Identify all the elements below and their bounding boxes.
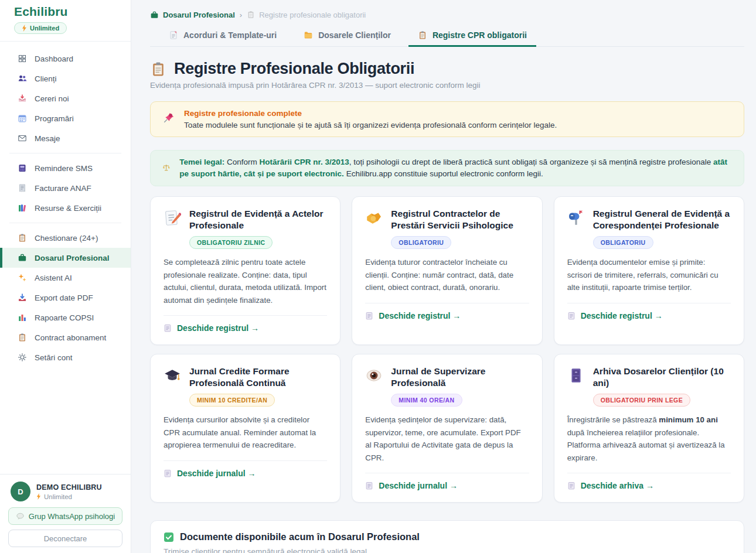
open-archive-link[interactable]: Deschide arhiva → (567, 481, 731, 490)
chat-bubble-icon (16, 512, 25, 521)
new-requests-icon (18, 94, 27, 103)
logo-block: Echilibru Unlimited (0, 0, 131, 42)
documents-panel: Documente disponibile acum în Dosarul Pr… (150, 520, 744, 553)
plan-badge-label: Unlimited (30, 25, 59, 32)
sidebar-item-appointments[interactable]: Programări (0, 108, 131, 128)
tabs-row: Acorduri & Template-uri Dosarele Clienți… (150, 27, 744, 47)
eye-icon (365, 367, 383, 384)
open-journal-label: Deschide jurnalul → (177, 469, 256, 478)
mailbox-icon (567, 209, 585, 227)
archive-cabinet-icon (567, 367, 585, 384)
card-title: Arhiva Dosarelor Clienților (10 ani) (593, 366, 731, 389)
card-description: Evidența documentelor emise și primite: … (567, 256, 731, 294)
card-register-acts: Registrul de Evidență a Actelor Profesio… (150, 196, 340, 345)
sidebar-item-professional-file[interactable]: Dosarul Profesional (0, 248, 131, 268)
sidebar-item-label: Mesaje (35, 134, 60, 143)
sidebar-divider (9, 153, 121, 153)
questionnaires-icon (18, 233, 27, 243)
sidebar-item-copsi-reports[interactable]: Rapoarte COPSI (0, 308, 131, 327)
open-journal-link[interactable]: Deschide jurnalul → (164, 469, 327, 478)
clipboard-icon (418, 30, 427, 40)
sidebar-item-clients[interactable]: Clienți (0, 69, 131, 88)
scales-icon (162, 161, 170, 174)
open-register-link[interactable]: Deschide registrul → (567, 311, 731, 320)
main-content: Dosarul Profesional › Registre profesion… (131, 0, 756, 553)
card-description: Evidența ședințelor de supervizare: dată… (365, 414, 529, 464)
user-plan-label: Unlimited (44, 493, 72, 500)
sidebar-item-questionnaires[interactable]: Chestionare (24+) (0, 228, 131, 248)
status-badge: MINIM 10 CREDITE/AN (189, 394, 275, 407)
breadcrumb-parent-label: Dosarul Profesional (163, 11, 235, 19)
user-name: DEMO ECHILIBRU (36, 483, 102, 491)
user-row: D DEMO ECHILIBRU Unlimited (8, 482, 122, 501)
professional-file-icon (18, 253, 27, 262)
open-register-label: Deschide registrul → (379, 311, 461, 320)
sidebar-item-label: Cereri noi (35, 94, 69, 103)
logout-button[interactable]: Deconectare (8, 530, 122, 547)
breadcrumb-separator: › (240, 11, 242, 19)
legal-banner: Temei legal: Conform Hotărârii CPR nr. 3… (150, 150, 744, 186)
card-client-archive: Arhiva Dosarelor Clienților (10 ani) OBL… (554, 354, 744, 503)
page-icon (164, 469, 172, 477)
sidebar-item-dashboard[interactable]: Dashboard (0, 49, 131, 69)
copsi-reports-icon (18, 313, 27, 322)
tab-cpr-registers[interactable]: Registre CPR obligatorii (408, 27, 536, 47)
app-window: Echilibru Unlimited Dashboard Clienți Ce… (0, 0, 756, 553)
sidebar-item-anaf-invoicing[interactable]: Facturare ANAF (0, 178, 131, 198)
open-journal-label: Deschide jurnalul → (379, 481, 458, 490)
lightning-icon (22, 25, 27, 32)
divider (365, 303, 529, 303)
sidebar-item-sms-reminders[interactable]: Remindere SMS (0, 158, 131, 178)
sidebar: Echilibru Unlimited Dashboard Clienți Ce… (0, 0, 131, 553)
breadcrumb-current: Registre profesionale obligatorii (247, 11, 366, 19)
page-subtitle: Evidența profesională impusă prin Hotărâ… (150, 81, 744, 90)
sidebar-divider (9, 223, 121, 223)
sidebar-item-label: Chestionare (24+) (35, 234, 98, 243)
sidebar-nav: Dashboard Clienți Cereri noi Programări … (0, 42, 131, 367)
subscription-contract-icon (18, 333, 27, 342)
divider (164, 460, 327, 461)
sidebar-item-ai-assistant[interactable]: Asistent AI (0, 268, 131, 288)
documents-title: Documente disponibile acum în Dosarul Pr… (180, 531, 420, 542)
open-register-label: Deschide registrul → (581, 311, 663, 320)
open-journal-link[interactable]: Deschide jurnalul → (365, 481, 529, 490)
handshake-icon (365, 209, 383, 227)
sidebar-item-label: Resurse & Exerciții (35, 204, 101, 213)
open-register-link[interactable]: Deschide registrul → (365, 311, 529, 320)
card-register-correspondence: Registrul General de Evidență a Corespon… (554, 196, 744, 345)
sidebar-item-resources[interactable]: Resurse & Exerciții (0, 198, 131, 218)
divider (164, 315, 327, 316)
tab-agreements-templates[interactable]: Acorduri & Template-uri (159, 27, 286, 47)
status-banner-body: Toate modulele sunt funcționale și te aj… (184, 121, 557, 129)
dashboard-icon (18, 54, 27, 63)
user-plan: Unlimited (36, 493, 102, 500)
documents-subtitle: Trimise clienților pentru semnătură elec… (164, 547, 731, 553)
open-register-link[interactable]: Deschide registrul → (164, 323, 327, 333)
open-register-label: Deschide registrul → (177, 323, 259, 333)
pdf-export-icon (18, 293, 27, 302)
page-icon (164, 324, 172, 332)
sidebar-item-subscription-contract[interactable]: Contract abonament (0, 327, 131, 347)
appointments-icon (18, 114, 27, 123)
clients-icon (18, 74, 27, 83)
page-icon (567, 312, 575, 320)
breadcrumb-current-label: Registre profesionale obligatorii (259, 11, 366, 19)
breadcrumb: Dosarul Profesional › Registre profesion… (150, 9, 744, 20)
logout-label: Deconectare (44, 534, 87, 543)
account-settings-icon (18, 353, 27, 362)
sidebar-item-pdf-export[interactable]: Export date PDF (0, 288, 131, 308)
card-description: Evidența tuturor contractelor încheiate … (365, 256, 529, 294)
breadcrumb-parent[interactable]: Dosarul Profesional (150, 11, 235, 19)
sidebar-item-account-settings[interactable]: Setări cont (0, 347, 131, 367)
sidebar-item-new-requests[interactable]: Cereri noi (0, 88, 131, 108)
whatsapp-group-button[interactable]: Grup WhatsApp psihologi (8, 507, 122, 525)
status-badge: OBLIGATORIU PRIN LEGE (593, 394, 690, 407)
status-badge: OBLIGATORIU ZILNIC (189, 236, 273, 249)
card-description: Se completează zilnic pentru toate actel… (164, 256, 327, 306)
tab-client-files[interactable]: Dosarele Clienților (294, 27, 400, 47)
sidebar-item-messages[interactable]: Mesaje (0, 128, 131, 148)
sidebar-item-label: Dosarul Profesional (35, 254, 110, 262)
sidebar-item-label: Asistent AI (35, 274, 72, 282)
registers-grid: Registrul de Evidență a Actelor Profesio… (150, 196, 744, 503)
page-title: Registre Profesionale Obligatorii (174, 60, 414, 78)
